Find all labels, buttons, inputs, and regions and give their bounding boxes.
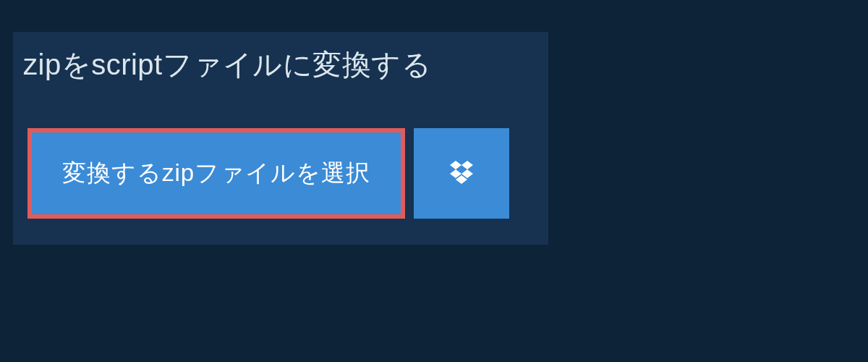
select-file-label: 変換するzipファイルを選択 [62, 157, 370, 190]
converter-panel: zipをscriptファイルに変換する 変換するzipファイルを選択 [13, 32, 548, 245]
dropbox-button[interactable] [414, 128, 509, 219]
button-row: 変換するzipファイルを選択 [27, 128, 548, 219]
title-wrapper: zipをscriptファイルに変換する [13, 32, 451, 98]
dropbox-icon [447, 158, 476, 190]
page-title: zipをscriptファイルに変換する [23, 45, 431, 85]
select-file-button[interactable]: 変換するzipファイルを選択 [27, 128, 405, 219]
